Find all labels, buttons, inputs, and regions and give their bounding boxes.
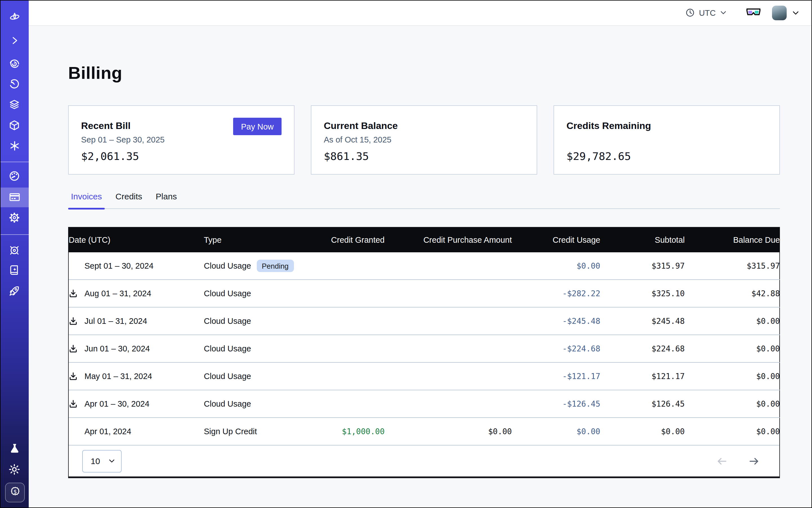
rocket-icon [8, 285, 20, 297]
sun-icon [8, 463, 20, 475]
sidebar-item-experiments[interactable] [0, 439, 29, 458]
page-size-value: 10 [91, 456, 100, 466]
cube-icon [8, 119, 20, 131]
subtotal-value: $325.10 [651, 289, 685, 298]
invoice-date: Apr 01, 2024 [84, 427, 131, 436]
invoice-date: Sept 01 – 30, 2024 [84, 261, 154, 270]
invoice-type: Cloud Usage [204, 372, 251, 381]
invoice-row: Apr 01, 2024Sign Up Credit$1,000.00$0.00… [69, 418, 780, 445]
page-size-select[interactable]: 10 [82, 450, 122, 472]
sidebar-item-history[interactable] [0, 74, 29, 93]
credit-usage-value: -$224.68 [562, 344, 600, 353]
column-header: Credit Purchase Amount [385, 227, 512, 252]
card-title: Credits Remaining [566, 121, 767, 132]
previous-page-button[interactable] [716, 455, 728, 467]
invoice-row: Jul 01 – 31, 2024Cloud Usage-$245.48$245… [69, 307, 780, 335]
billing-tabs: InvoicesCreditsPlans [68, 192, 780, 209]
flask-icon [9, 443, 20, 454]
download-invoice-icon[interactable] [69, 289, 78, 298]
sidebar-item-secrets[interactable] [0, 136, 29, 156]
credit-usage-value: -$245.48 [562, 316, 600, 326]
sidebar-item-objects[interactable] [0, 116, 29, 135]
sidebar-item-live[interactable] [0, 54, 29, 73]
clock-icon [685, 8, 695, 17]
download-invoice-icon[interactable] [69, 372, 78, 381]
helm-icon [8, 244, 20, 256]
chevron-right-icon [9, 36, 19, 46]
next-page-button[interactable] [749, 455, 760, 467]
balance-due-value: $0.00 [756, 372, 780, 381]
column-header: Type [204, 227, 316, 252]
user-avatar [772, 5, 787, 20]
credit-usage-value: -$126.45 [562, 399, 600, 408]
sidebar-item-billing[interactable] [0, 187, 29, 207]
sidebar-item-expand[interactable] [0, 31, 29, 50]
download-invoice-icon[interactable] [69, 399, 78, 408]
invoice-type: Cloud Usage [204, 344, 251, 353]
balance-due-value: $0.00 [756, 399, 780, 408]
card-subtitle: As of Oct 15, 2025 [324, 135, 524, 145]
credits-remaining-card: Credits Remaining $29,782.65 [554, 105, 780, 175]
balance-due-value: $42.88 [752, 289, 780, 298]
credit-usage-value: $0.00 [576, 261, 600, 270]
sidebar-item-credits[interactable]: $ [5, 483, 25, 502]
sidebar-item-guide[interactable] [0, 260, 29, 279]
summary-cards: Recent Bill Sep 01 – Sep 30, 2025 $2,061… [68, 105, 780, 175]
invoice-date: Jun 01 – 30, 2024 [84, 344, 150, 353]
download-invoice-icon[interactable] [69, 316, 78, 326]
sidebar-item-metrics[interactable] [0, 166, 29, 185]
user-menu[interactable] [772, 5, 800, 20]
table-body: Sept 01 – 30, 2024Cloud UsagePending$0.0… [69, 252, 780, 445]
sidebar-item-theme-toggle[interactable] [0, 460, 29, 479]
sidebar-item-launch[interactable] [0, 281, 29, 300]
download-invoice-icon[interactable] [69, 344, 78, 353]
spiral-icon [8, 58, 20, 70]
balance-due-value: $0.00 [756, 427, 780, 436]
billing-page: $ UTC Billing Recent Bill Sep 01 – Sep 3… [0, 0, 812, 508]
svg-text:$: $ [13, 488, 16, 495]
tab-plans[interactable]: Plans [153, 192, 180, 208]
sidebar-logo[interactable] [0, 8, 29, 28]
sidebar: $ [0, 0, 29, 508]
timezone-label: UTC [699, 8, 716, 17]
timezone-selector[interactable]: UTC [685, 8, 727, 17]
sidebar-item-stacks[interactable] [0, 95, 29, 114]
column-header: Date (UTC) [69, 227, 204, 252]
download-placeholder [69, 427, 78, 436]
invoices-table: Date (UTC)TypeCredit GrantedCredit Purch… [68, 227, 780, 478]
sidebar-item-settings[interactable] [0, 208, 29, 227]
asterisk-icon [9, 140, 20, 152]
subtotal-value: $126.45 [651, 399, 685, 408]
orbit-logo [8, 12, 20, 24]
pagination-bar: 10 [69, 445, 779, 476]
chevron-down-icon [792, 9, 800, 16]
tab-credits[interactable]: Credits [113, 192, 145, 208]
pay-now-button[interactable]: Pay Now [233, 118, 282, 135]
status-badge: Pending [257, 260, 294, 272]
main-content: Billing Recent Bill Sep 01 – Sep 30, 202… [29, 26, 812, 508]
theater-mode-button[interactable] [746, 8, 761, 17]
current-balance-amount: $861.35 [324, 150, 369, 162]
card-subtitle: Sep 01 – Sep 30, 2025 [81, 135, 282, 145]
invoice-type: Cloud Usage [204, 316, 251, 326]
sidebar-item-support[interactable] [0, 241, 29, 260]
credit-card-icon [8, 191, 20, 203]
subtotal-value: $245.48 [651, 316, 685, 326]
current-balance-card: Current Balance As of Oct 15, 2025 $861.… [311, 105, 537, 175]
column-header: Credit Usage [512, 227, 600, 252]
gauge-icon [8, 170, 20, 182]
3d-glasses-icon [746, 8, 761, 17]
tab-invoices[interactable]: Invoices [68, 192, 105, 208]
invoice-type: Sign Up Credit [204, 427, 257, 436]
layers-icon [8, 98, 20, 110]
chevron-down-icon [720, 9, 727, 16]
balance-due-value: $0.00 [756, 316, 780, 326]
page-title: Billing [68, 64, 780, 83]
recent-bill-card: Recent Bill Sep 01 – Sep 30, 2025 $2,061… [68, 105, 295, 175]
balance-due-value: $315.97 [747, 261, 780, 270]
invoice-row: Sept 01 – 30, 2024Cloud UsagePending$0.0… [69, 252, 780, 280]
column-header: Balance Due [685, 227, 780, 252]
subtotal-value: $224.68 [651, 344, 685, 353]
top-bar: UTC [29, 0, 812, 26]
subtotal-value: $0.00 [661, 427, 685, 436]
